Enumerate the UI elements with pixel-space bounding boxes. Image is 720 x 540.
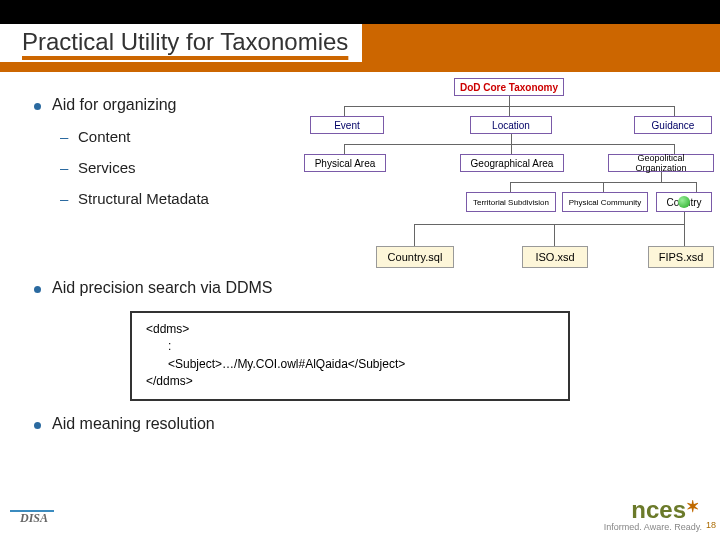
box-location: Location — [470, 116, 552, 134]
leaf-iso-xsd: ISO.xsd — [522, 246, 588, 268]
nces-text: nces — [631, 496, 686, 523]
code-close: </ddms> — [146, 373, 554, 390]
code-open: <ddms> — [146, 321, 554, 338]
nces-logo: nces — [631, 496, 702, 524]
code-subject: <Subject>…/My.COI.owl#AlQaida</Subject> — [146, 356, 554, 373]
ddms-code-box: <ddms> : <Subject>…/My.COI.owl#AlQaida</… — [130, 311, 570, 401]
bullet-text: Aid for organizing — [52, 96, 177, 113]
code-colon: : — [146, 338, 554, 355]
box-event: Event — [310, 116, 384, 134]
box-territorial: Territorial Subdivision — [466, 192, 556, 212]
highlight-dot — [678, 196, 690, 208]
box-phys-community: Physical Community — [562, 192, 648, 212]
disa-logo: DISA — [20, 511, 48, 526]
box-guidance: Guidance — [634, 116, 712, 134]
box-root: DoD Core Taxonomy — [454, 78, 564, 96]
box-physical-area: Physical Area — [304, 154, 386, 172]
nces-tagline: Informed. Aware. Ready. — [604, 522, 702, 532]
nces-logo-wrap: nces Informed. Aware. Ready. — [604, 496, 702, 532]
box-geo-area: Geographical Area — [460, 154, 564, 172]
top-stripe — [0, 0, 720, 24]
bullet-meaning: Aid meaning resolution — [30, 415, 690, 433]
bullet-text: Aid precision search via DDMS — [52, 279, 273, 296]
box-geopol-org: Geopolitical Organization — [608, 154, 714, 172]
footer: DISA nces Informed. Aware. Ready. 18 — [0, 490, 720, 534]
leaf-country-sql: Country.sql — [376, 246, 454, 268]
page-number: 18 — [706, 520, 716, 530]
slide-title: Practical Utility for Taxonomies — [0, 24, 362, 62]
title-band: Practical Utility for Taxonomies — [0, 24, 720, 72]
burst-icon — [686, 499, 702, 515]
leaf-fips-xsd: FIPS.xsd — [648, 246, 714, 268]
taxonomy-diagram: DoD Core Taxonomy Event Location Guidanc… — [294, 78, 714, 288]
bullet-text: Aid meaning resolution — [52, 415, 215, 432]
